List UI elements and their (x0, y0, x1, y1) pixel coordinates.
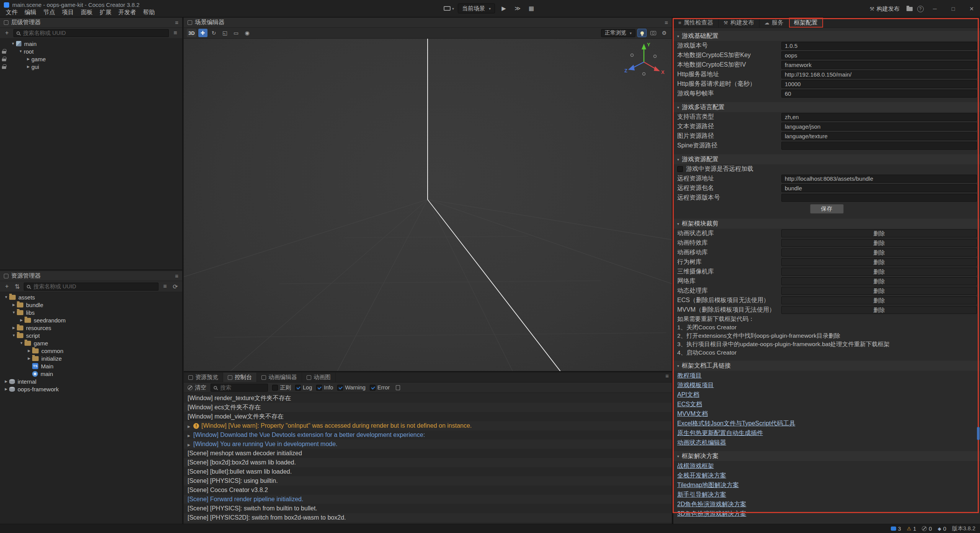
config-input[interactable] (781, 184, 977, 192)
filter-checkbox[interactable] (370, 385, 376, 391)
doc-link[interactable]: Excel格式转Json文件与TypeScript代码工具 (673, 419, 980, 428)
log-filter[interactable]: Log (295, 384, 312, 391)
hierarchy-filter-icon[interactable]: ≡ (172, 29, 179, 36)
asset-row[interactable]: assets (0, 293, 182, 301)
section-game-basic[interactable]: ▾游戏基础配置 (673, 31, 980, 41)
log-filter[interactable]: Warning (337, 384, 365, 391)
expand-arrow-icon[interactable] (11, 311, 17, 314)
expand-arrow-icon[interactable] (25, 57, 31, 61)
expand-arrow-icon[interactable] (11, 326, 17, 330)
mode-3d-toggle[interactable]: 3D (187, 29, 196, 37)
asset-row[interactable]: libs (0, 309, 182, 316)
scene-light-toggle[interactable] (637, 29, 647, 37)
expand-arrow-icon[interactable] (3, 379, 9, 383)
lock-icon[interactable] (1, 64, 8, 70)
delete-module-button[interactable]: 删除 (781, 258, 977, 266)
config-input[interactable] (781, 70, 977, 78)
preview-device-button[interactable]: ▾ (444, 3, 454, 13)
move-tool[interactable]: ✚ (198, 29, 207, 37)
log-row[interactable]: ! [Window] render_texture文件夹不存在 (184, 394, 672, 403)
tab-property-inspector[interactable]: ≡属性检查器 (673, 18, 719, 28)
filter-checkbox[interactable] (295, 385, 301, 391)
delete-module-button[interactable]: 删除 (781, 268, 977, 276)
remote-load-checkbox[interactable] (677, 166, 683, 172)
assets-filter-icon[interactable]: ≡ (161, 283, 169, 290)
solution-link[interactable]: Tiledmap地图解决方案 (673, 480, 980, 490)
log-row[interactable]: ! [Window] [Vue warn]: Property "onInput… (184, 421, 672, 430)
message-count[interactable]: 3 (891, 526, 901, 532)
minimize-button[interactable]: ─ (927, 0, 942, 18)
clear-console-button[interactable]: 清空 (188, 384, 206, 391)
doc-link[interactable]: 原生包热更新配置自动生成插件 (673, 428, 980, 438)
log-row[interactable]: ! [Scene] [PHYSICS2D]: switch from box2d… (184, 513, 672, 522)
expand-arrow-icon[interactable] (188, 422, 193, 429)
config-input[interactable] (781, 123, 977, 131)
delete-module-button[interactable]: 删除 (781, 249, 977, 257)
close-button[interactable]: ✕ (964, 0, 979, 18)
asset-row[interactable]: bundle (0, 301, 182, 309)
tab-animation-graph[interactable]: 动画图 (302, 373, 336, 382)
help-button[interactable]: ? (916, 6, 924, 12)
tree-row[interactable]: gui (0, 63, 182, 70)
tree-row[interactable]: main (0, 40, 182, 47)
expand-arrow-icon[interactable] (10, 42, 16, 46)
layout-grid-button[interactable]: ▦ (526, 3, 536, 13)
log-row[interactable]: ! [Scene] Forward render pipeline initia… (184, 495, 672, 504)
hierarchy-search[interactable] (13, 29, 169, 37)
scene-select[interactable]: 当前场景▾ (458, 3, 495, 13)
sort-assets-icon[interactable]: ⇅ (13, 283, 21, 290)
tree-row[interactable]: root (0, 47, 182, 55)
asset-row[interactable]: game (0, 339, 182, 347)
config-input[interactable] (781, 113, 977, 121)
doc-link[interactable]: ECS文档 (673, 399, 980, 409)
config-input[interactable] (781, 61, 977, 69)
section-solutions[interactable]: ▾框架解决方案 (673, 451, 980, 461)
warning-count[interactable]: ⚠1 (907, 526, 916, 532)
create-node-button[interactable]: + (3, 29, 11, 36)
step-button[interactable]: ≫ (513, 3, 523, 13)
solution-link[interactable]: 2D角色扮演游戏解决方案 (673, 499, 980, 509)
rotate-tool[interactable]: ↻ (209, 29, 219, 37)
assets-search[interactable] (24, 283, 158, 291)
assets-menu-icon[interactable]: ≡ (175, 273, 178, 279)
hierarchy-menu-icon[interactable]: ≡ (175, 19, 178, 26)
error-count[interactable]: 0 (922, 526, 932, 532)
solution-link[interactable]: 3D角色扮演游戏解决方案 (673, 509, 980, 518)
expand-arrow-icon[interactable] (25, 65, 31, 69)
scene-viewport[interactable]: Y X Z (184, 39, 672, 371)
tab-asset-preview[interactable]: 资源预览 (184, 373, 223, 382)
console-search-input[interactable] (219, 384, 265, 391)
asset-row[interactable]: seedrandom (0, 316, 182, 324)
regex-toggle[interactable]: 正则 (272, 384, 291, 391)
menu-item[interactable]: 文件 (2, 8, 21, 16)
log-row[interactable]: ! [Window] You are running Vue in develo… (184, 440, 672, 449)
save-button[interactable]: 保存 (810, 204, 844, 214)
solution-link[interactable]: 新手引导解决方案 (673, 490, 980, 499)
asset-row[interactable]: script (0, 332, 182, 339)
config-input[interactable] (781, 132, 977, 140)
asset-row[interactable]: common (0, 347, 182, 355)
scene-camera-button[interactable] (648, 29, 658, 37)
tab-build-publish[interactable]: ⚒构建发布 (719, 18, 760, 28)
log-row[interactable]: ! [Scene] Cocos Creator v3.8.2 (184, 486, 672, 495)
section-doc-links[interactable]: ▾框架文档工具链接 (673, 361, 980, 371)
tab-services[interactable]: ☁服务 (760, 18, 789, 28)
maximize-button[interactable]: □ (946, 0, 961, 18)
solution-link[interactable]: 战棋游戏框架 (673, 461, 980, 471)
create-asset-button[interactable]: + (3, 283, 11, 290)
tab-animation-editor[interactable]: 动画编辑器 (257, 373, 302, 382)
hierarchy-search-input[interactable] (22, 29, 166, 36)
log-row[interactable]: ! [Scene] [PHYSICS]: switch from builtin… (184, 504, 672, 513)
expand-arrow-icon[interactable] (188, 432, 193, 438)
expand-arrow-icon[interactable] (26, 356, 32, 360)
section-game-language[interactable]: ▾游戏多语言配置 (673, 102, 980, 112)
console-menu-icon[interactable]: ≡ (665, 373, 669, 382)
delete-module-button[interactable]: 删除 (781, 239, 977, 247)
doc-link[interactable]: 游戏模板项目 (673, 380, 980, 390)
scene-settings-button[interactable]: ⚙ (660, 29, 669, 37)
doc-link[interactable]: MVVM文档 (673, 409, 980, 419)
expand-arrow-icon[interactable] (3, 295, 9, 299)
menu-item[interactable]: 扩展 (96, 8, 115, 16)
log-row[interactable]: ! [Window] ecs文件夹不存在 (184, 403, 672, 412)
tree-row[interactable]: game (0, 55, 182, 63)
